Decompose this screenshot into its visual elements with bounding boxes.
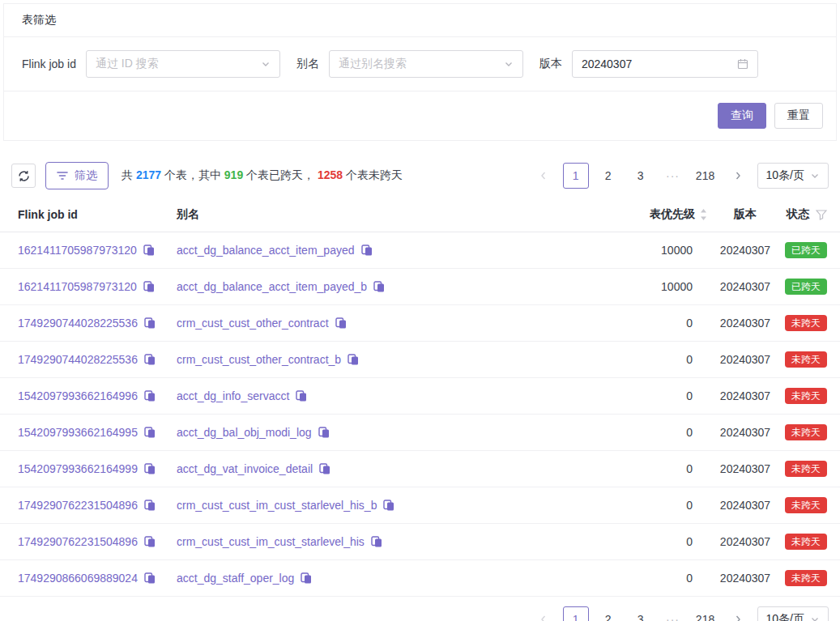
job-id-link[interactable]: 1749290762231504896 [18,535,138,548]
status-badge: 未跨天 [785,351,827,368]
job-id-link[interactable]: 1749290866069889024 [18,572,138,585]
page-button-3[interactable]: 3 [628,606,654,621]
reset-button[interactable]: 重置 [774,103,823,129]
copy-icon[interactable] [144,427,156,438]
filter-funnel-icon[interactable] [816,210,827,220]
copy-icon[interactable] [144,390,156,402]
copy-icon[interactable] [373,281,385,292]
status-cell: 未跨天 [774,570,827,586]
page-button-1[interactable]: 1 [563,163,589,189]
page-button-2[interactable]: 2 [595,606,621,621]
priority-cell: 0 [563,426,717,439]
version-cell: 20240307 [717,317,774,330]
prev-page-button[interactable] [531,606,556,621]
copy-icon[interactable] [371,536,382,547]
alias-link[interactable]: acct_dg_info_servacct [177,389,289,402]
copy-icon[interactable] [318,427,330,438]
alias-link[interactable]: acct_dg_staff_oper_log [177,572,294,585]
job-id-link[interactable]: 1542097993662164996 [18,389,138,402]
version-cell: 20240307 [717,353,774,366]
prev-page-button[interactable] [531,163,556,189]
job-id-link[interactable]: 1749290762231504896 [18,499,138,512]
page-ellipsis[interactable]: ··· [660,169,686,182]
filter-card-title: 表筛选 [4,4,836,37]
refresh-button[interactable] [11,164,36,188]
job-id-cell: 1621411705987973120 [18,280,177,293]
alias-link[interactable]: crm_cust_cust_im_cust_starlevel_his [177,535,365,548]
table-toolbar: 筛选 共 2177 个表，其中 919 个表已跨天， 1258 个表未跨天 1 … [11,162,829,189]
alias-link[interactable]: acct_dg_bal_obj_modi_log [177,426,312,439]
alias-link[interactable]: crm_cust_cust_other_contract [177,317,329,330]
alias-link[interactable]: acct_dg_vat_invoice_detail [177,462,313,475]
job-id-link[interactable]: 1621411705987973120 [18,244,137,257]
copy-icon[interactable] [348,354,359,365]
status-badge: 未跨天 [785,461,827,477]
page-size-select[interactable]: 10条/页 [757,163,829,189]
copy-icon[interactable] [335,317,347,329]
status-cell: 未跨天 [774,534,827,550]
copy-icon[interactable] [143,281,155,292]
page-size-select[interactable]: 10条/页 [757,606,829,621]
page-button-3[interactable]: 3 [628,163,654,189]
alias-cell: acct_dg_bal_obj_modi_log [177,426,563,439]
alias-select[interactable]: 通过别名搜索 [329,50,523,78]
status-badge: 未跨天 [785,534,827,550]
copy-icon[interactable] [319,463,330,474]
alias-link[interactable]: crm_cust_cust_im_cust_starlevel_his_b [177,499,377,512]
filter-actions: 查询 重置 [4,91,836,140]
job-id-cell: 1542097993662164996 [18,389,177,402]
copy-icon[interactable] [144,463,156,474]
job-id-link[interactable]: 1542097993662164995 [18,426,138,439]
status-badge: 已跨天 [785,242,827,258]
job-id-link[interactable]: 1621411705987973120 [18,280,137,293]
version-date-input[interactable] [582,57,737,70]
column-header-status: 状态 [774,207,827,222]
copy-icon[interactable] [383,500,394,511]
alias-link[interactable]: acct_dg_balance_acct_item_payed [177,244,355,257]
job-id-link[interactable]: 1749290744028225536 [18,353,138,366]
alias-cell: crm_cust_cust_im_cust_starlevel_his_b [177,499,563,512]
job-id-link[interactable]: 1749290744028225536 [18,317,138,330]
status-cell: 未跨天 [774,461,827,477]
page-button-2[interactable]: 2 [595,163,621,189]
copy-icon[interactable] [144,354,156,365]
copy-icon[interactable] [144,500,156,511]
status-cell: 未跨天 [774,315,827,331]
query-button[interactable]: 查询 [718,103,766,129]
alias-link[interactable]: acct_dg_balance_acct_item_payed_b [177,280,367,293]
filter-button-label: 筛选 [75,168,97,183]
page-ellipsis[interactable]: ··· [660,613,686,621]
page-button-1[interactable]: 1 [563,606,589,621]
alias-cell: acct_dg_staff_oper_log [177,572,563,585]
alias-link[interactable]: crm_cust_cust_other_contract_b [177,353,341,366]
table-row: 1542097993662164999 acct_dg_vat_invoice_… [0,451,840,487]
copy-icon[interactable] [296,390,307,402]
status-cell: 已跨天 [774,279,827,295]
job-id-link[interactable]: 1542097993662164999 [18,462,138,475]
copy-icon[interactable] [144,536,156,547]
flink-job-id-select[interactable]: 通过 ID 搜索 [86,50,280,78]
page-button-218[interactable]: 218 [693,606,718,621]
data-table: Flink job id 别名 表优先级 版本 状态 1621411705987… [0,198,840,597]
copy-icon[interactable] [143,245,155,256]
status-badge: 未跨天 [785,315,827,331]
column-header-priority[interactable]: 表优先级 [563,207,717,222]
copy-icon[interactable] [144,317,156,329]
page-button-218[interactable]: 218 [693,163,718,189]
filter-lines-icon [57,171,68,181]
alias-cell: crm_cust_cust_other_contract_b [177,353,563,366]
status-badge: 未跨天 [785,424,827,440]
copy-icon[interactable] [301,572,312,584]
table-row: 1621411705987973120 acct_dg_balance_acct… [0,269,840,305]
copy-icon[interactable] [361,245,373,256]
sort-icon[interactable] [700,207,707,222]
alias-cell: acct_dg_vat_invoice_detail [177,462,563,475]
version-cell: 20240307 [717,572,774,585]
alias-cell: acct_dg_balance_acct_item_payed_b [177,280,563,293]
alias-cell: acct_dg_info_servacct [177,389,563,402]
next-page-button[interactable] [725,606,751,621]
filter-button[interactable]: 筛选 [45,162,109,189]
next-page-button[interactable] [725,163,751,189]
version-date-picker[interactable] [572,50,758,78]
copy-icon[interactable] [144,572,156,584]
